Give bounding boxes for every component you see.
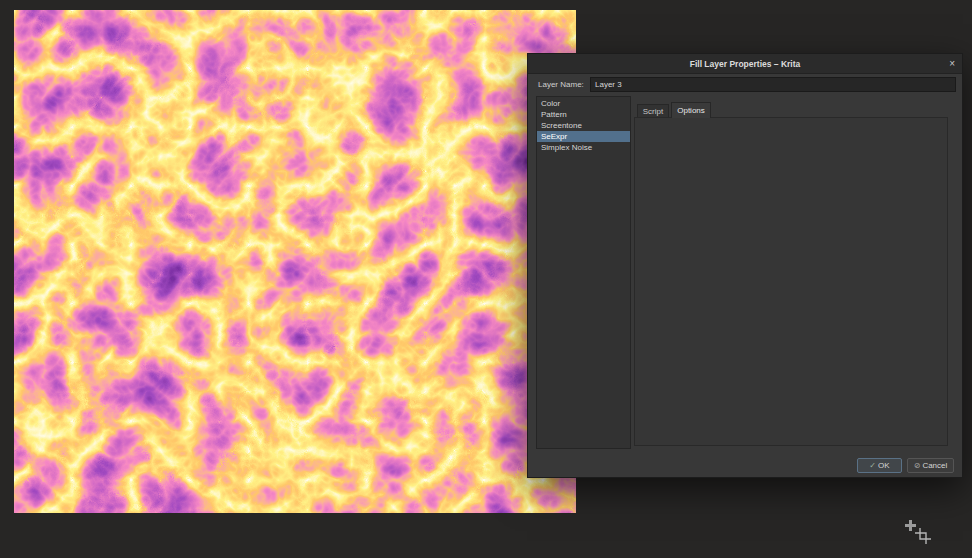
layer-name-input[interactable]: Layer 3 bbox=[590, 77, 956, 92]
layer-name-label: Layer Name: bbox=[538, 78, 584, 92]
tab-script[interactable]: Script bbox=[637, 104, 669, 117]
fill-layer-noise-preview bbox=[14, 10, 576, 513]
tab-options[interactable]: Options bbox=[671, 102, 711, 118]
generator-item[interactable]: Simplex Noise bbox=[537, 142, 630, 153]
check-icon: ✓ bbox=[869, 461, 876, 470]
generator-item[interactable]: SeExpr bbox=[537, 131, 630, 142]
krita-workspace: Fill Layer Properties – Krita × Layer Na… bbox=[0, 0, 972, 558]
crop-tool-cursor bbox=[903, 518, 935, 546]
ok-button[interactable]: ✓OK bbox=[857, 458, 902, 473]
generator-item[interactable]: Screentone bbox=[537, 120, 630, 131]
ok-button-label: OK bbox=[878, 461, 890, 470]
generator-item[interactable]: Pattern bbox=[537, 109, 630, 120]
dialog-titlebar[interactable]: Fill Layer Properties – Krita × bbox=[528, 54, 962, 74]
cancel-button-label: Cancel bbox=[922, 461, 947, 470]
generator-list: ColorPatternScreentoneSeExprSimplex Nois… bbox=[536, 96, 631, 449]
cancel-button[interactable]: ⊘Cancel bbox=[907, 458, 954, 473]
options-tab-panel bbox=[634, 117, 948, 446]
close-icon[interactable]: × bbox=[949, 54, 955, 74]
fill-layer-properties-dialog: Fill Layer Properties – Krita × Layer Na… bbox=[527, 53, 963, 478]
generator-item[interactable]: Color bbox=[537, 98, 630, 109]
dialog-title: Fill Layer Properties – Krita bbox=[528, 54, 962, 74]
crop-icon bbox=[915, 528, 931, 544]
cancel-circle-icon: ⊘ bbox=[914, 461, 921, 470]
document-canvas[interactable] bbox=[14, 10, 576, 513]
